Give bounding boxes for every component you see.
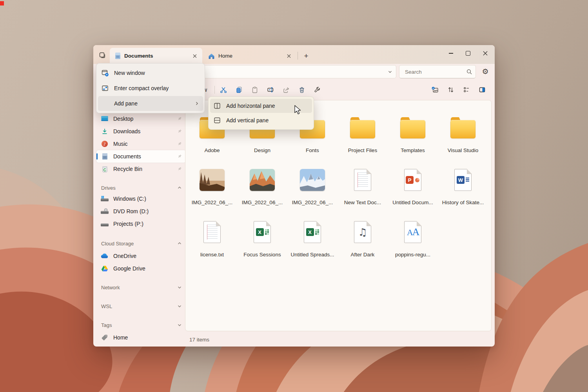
file-item[interactable]: X Untitled Spreads... <box>287 214 338 266</box>
pin-icon[interactable] <box>176 154 183 159</box>
music-note-icon: ♫ <box>358 226 367 238</box>
window-controls <box>442 45 494 64</box>
tab-divider <box>298 52 298 60</box>
svg-text:♪: ♪ <box>103 142 106 146</box>
delete-button[interactable] <box>295 84 309 96</box>
cut-button[interactable] <box>216 84 230 96</box>
file-item[interactable]: IMG_2022_06_... <box>237 162 287 214</box>
sidebar-item-desktop[interactable]: Desktop <box>96 113 186 125</box>
paste-button[interactable] <box>248 84 262 96</box>
paste-icon <box>251 86 259 94</box>
menu-item-label: Add vertical pane <box>226 117 308 123</box>
sort-button[interactable] <box>444 84 458 96</box>
minimize-button[interactable] <box>442 45 459 62</box>
context-menu: New window Enter compact overlay Add pan… <box>96 63 205 113</box>
sidebar: Desktop Downloads ♪ Music <box>96 113 186 344</box>
share-button[interactable] <box>279 84 293 96</box>
list-layout-icon <box>463 86 470 94</box>
rename-button[interactable] <box>263 84 278 96</box>
home-icon <box>208 53 215 59</box>
new-tab-button[interactable]: + <box>301 51 312 61</box>
sidebar-item-projects-p[interactable]: Projects (P:) <box>96 218 186 230</box>
file-item[interactable]: Templates <box>388 110 438 162</box>
sidebar-item-tag-home[interactable]: Home <box>96 331 186 344</box>
tag-icon <box>100 334 109 341</box>
file-item[interactable]: New Text Doc... <box>338 162 388 214</box>
close-button[interactable] <box>477 45 494 62</box>
rename-icon <box>267 86 274 94</box>
section-header-cloud-storage[interactable]: Cloud Storage <box>96 239 186 248</box>
menu-item-enter-compact-overlay[interactable]: Enter compact overlay <box>98 81 203 96</box>
recycle-bin-icon <box>100 165 109 172</box>
sidebar-item-label: Recycle Bin <box>113 166 176 172</box>
pin-icon[interactable] <box>176 141 183 147</box>
menu-item-label: Add pane <box>114 100 194 107</box>
tab-close-button[interactable] <box>191 52 199 60</box>
onedrive-icon <box>100 253 109 259</box>
preview-pane-icon <box>478 86 486 94</box>
sidebar-item-label: Home <box>113 334 183 341</box>
file-item[interactable]: P Untitled Docum... <box>388 162 438 214</box>
sidebar-item-downloads[interactable]: Downloads <box>96 125 186 138</box>
file-item[interactable]: AA poppins-regu... <box>388 214 438 266</box>
pin-icon[interactable] <box>176 116 183 122</box>
file-item[interactable]: ♫ After Dark <box>338 214 388 266</box>
section-header-drives[interactable]: Drives <box>96 183 186 192</box>
drive-windows-icon <box>100 195 109 202</box>
settings-button[interactable]: ⚙ <box>479 65 492 78</box>
maximize-button[interactable] <box>459 45 477 62</box>
search-box[interactable] <box>399 65 476 78</box>
font-file-icon: AA <box>404 221 421 243</box>
layout-button[interactable] <box>459 84 474 96</box>
file-name: Visual Studio <box>448 147 479 153</box>
section-header-tags[interactable]: Tags <box>96 320 186 330</box>
text-file-icon <box>203 221 221 243</box>
image-thumbnail <box>250 169 275 191</box>
sidebar-item-label: Music <box>113 141 176 147</box>
file-item[interactable]: Project Files <box>338 110 388 162</box>
trash-icon <box>298 86 306 94</box>
file-item[interactable]: Visual Studio <box>438 110 488 162</box>
file-item[interactable]: X Focus Sessions <box>237 214 287 266</box>
split-horizontal-icon <box>213 102 221 110</box>
sidebar-item-windows-c[interactable]: Windows (C:) <box>96 192 186 205</box>
sidebar-item-onedrive[interactable]: OneDrive <box>96 250 186 262</box>
section-header-network[interactable]: Network <box>96 283 186 292</box>
sidebar-item-music[interactable]: ♪ Music <box>96 138 186 150</box>
properties-button[interactable] <box>310 84 325 96</box>
copy-button[interactable] <box>232 84 246 96</box>
sidebar-item-dvd-d[interactable]: DVD Rom (D:) <box>96 205 186 218</box>
tab-label: Home <box>218 53 281 59</box>
chevron-up-icon <box>177 185 182 190</box>
desktop-icon <box>100 116 109 122</box>
preview-pane-button[interactable] <box>475 84 489 96</box>
file-item[interactable]: IMG_2022_06_... <box>187 162 237 214</box>
pin-icon[interactable] <box>176 129 183 134</box>
pin-icon[interactable] <box>176 166 183 172</box>
address-bar[interactable] <box>189 65 396 78</box>
section-header-wsl[interactable]: WSL <box>96 301 186 311</box>
file-item[interactable]: IMG_2022_06_... <box>287 162 338 214</box>
sidebar-item-recycle-bin[interactable]: Recycle Bin <box>96 163 186 175</box>
menu-item-add-pane[interactable]: Add pane <box>98 96 203 111</box>
toggle-panes-button[interactable] <box>97 50 107 60</box>
cut-icon <box>220 86 227 94</box>
sidebar-item-documents[interactable]: Documents <box>96 150 186 163</box>
thumbnails-toggle-button[interactable] <box>428 84 442 96</box>
search-input[interactable] <box>404 69 466 75</box>
sidebar-item-label: Documents <box>113 153 176 160</box>
submenu-item-add-vertical-pane[interactable]: Add vertical pane <box>210 113 312 127</box>
tab-close-button[interactable] <box>285 52 293 60</box>
tab-documents[interactable]: Documents <box>110 48 202 64</box>
menu-item-new-window[interactable]: New window <box>98 65 203 80</box>
file-name: Design <box>254 147 270 153</box>
tab-home[interactable]: Home <box>203 48 296 64</box>
sidebar-item-google-drive[interactable]: Google Drive <box>96 262 186 275</box>
file-item[interactable]: license.txt <box>187 214 237 266</box>
file-item[interactable]: W History of Skate... <box>438 162 488 214</box>
titlebar[interactable]: Documents Home + <box>93 45 495 64</box>
compact-overlay-icon <box>101 84 109 92</box>
section-label: WSL <box>101 303 177 309</box>
section-label: Drives <box>101 185 177 191</box>
file-name: Untitled Spreads... <box>290 252 334 258</box>
